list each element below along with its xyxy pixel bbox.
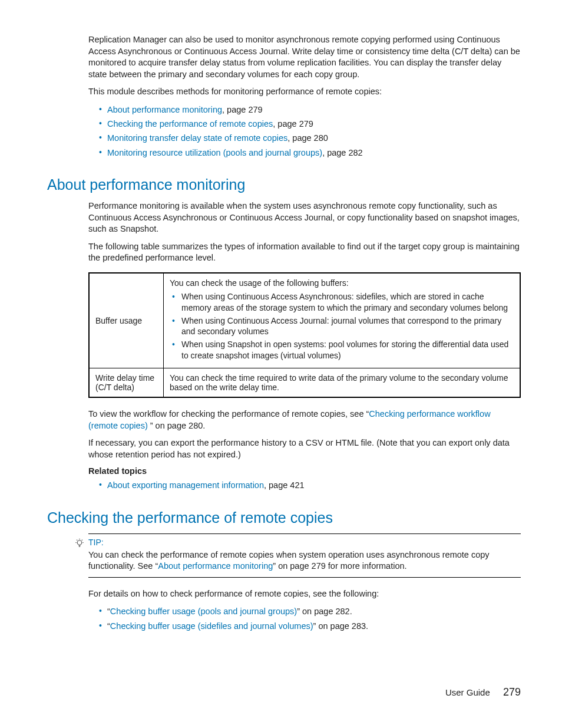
toc-suffix: , page 282	[322, 148, 363, 157]
svg-point-0	[77, 540, 82, 545]
section1-para-2: The following table summarizes the types…	[88, 241, 521, 264]
intro-block: Replication Manager can also be used to …	[88, 34, 521, 159]
toc-link[interactable]: Monitoring resource utilization (pools a…	[107, 148, 322, 157]
performance-info-table: Buffer usage You can check the usage of …	[88, 272, 521, 398]
section2-list: “Checking buffer usage (pools and journa…	[88, 605, 521, 632]
svg-line-4	[77, 539, 77, 540]
link-checking-buffer-usage-sidefiles[interactable]: Checking buffer usage (sidefiles and jou…	[110, 621, 313, 631]
link-about-performance-monitoring[interactable]: About performance monitoring	[158, 561, 273, 571]
toc-suffix: , page 279	[222, 105, 263, 114]
text: To view the workflow for checking the pe…	[88, 409, 369, 419]
toc-link[interactable]: Monitoring transfer delay state of remot…	[107, 133, 287, 143]
list-item: When using Snapshot in open systems: poo…	[172, 339, 514, 361]
tip-lightbulb-icon	[74, 538, 85, 551]
table-cell-label: Write delay time (C/T delta)	[89, 368, 164, 398]
toc-item: About performance monitoring, page 279	[99, 104, 521, 116]
toc-suffix: , page 279	[273, 119, 313, 129]
text: , page 421	[264, 480, 305, 490]
list-item: “Checking buffer usage (pools and journa…	[99, 605, 521, 617]
table-cell-content: You can check the time required to write…	[164, 368, 521, 398]
toc-item: Monitoring resource utilization (pools a…	[99, 147, 521, 159]
buffer-usage-lead: You can check the usage of the following…	[170, 278, 514, 288]
toc-link[interactable]: About performance monitoring	[107, 105, 222, 114]
toc-suffix: , page 280	[287, 133, 328, 143]
list-item: When using Continuous Access Journal: jo…	[172, 315, 514, 338]
list-item: About exporting management information, …	[99, 479, 521, 491]
toc-item: Monitoring transfer delay state of remot…	[99, 132, 521, 144]
page-number: 279	[503, 686, 521, 698]
section1-para-export: If necessary, you can export the perform…	[88, 437, 521, 460]
tip-label: TIP:	[88, 538, 521, 547]
related-topics-heading: Related topics	[88, 466, 521, 476]
toc-link[interactable]: Checking the performance of remote copie…	[107, 119, 273, 129]
page-footer: User Guide 279	[445, 686, 521, 699]
text: ” on page 282.	[297, 607, 352, 616]
toc-list: About performance monitoring, page 279 C…	[88, 104, 521, 159]
table-row: Buffer usage You can check the usage of …	[89, 273, 520, 368]
list-item: “Checking buffer usage (sidefiles and jo…	[99, 620, 521, 632]
heading-checking-performance-remote-copies: Checking the performance of remote copie…	[47, 509, 521, 526]
table-row: Write delay time (C/T delta) You can che…	[89, 368, 520, 398]
text: ” on page 283.	[313, 621, 369, 631]
related-topics-list: About exporting management information, …	[88, 479, 521, 491]
section2-para-1: For details on how to check performance …	[88, 588, 521, 600]
svg-line-5	[82, 539, 82, 540]
heading-about-performance-monitoring: About performance monitoring	[47, 176, 521, 193]
table-cell-label: Buffer usage	[89, 273, 164, 368]
section1-para-1: Performance monitoring is available when…	[88, 200, 521, 235]
toc-item: Checking the performance of remote copie…	[99, 118, 521, 130]
section1-para-workflow: To view the workflow for checking the pe…	[88, 409, 521, 431]
table-cell-content: You can check the usage of the following…	[164, 273, 521, 368]
tip-callout: TIP: You can check the performance of re…	[88, 533, 521, 578]
footer-label: User Guide	[445, 687, 490, 697]
list-item: When using Continuous Access Asynchronou…	[172, 291, 514, 314]
tip-content: You can check the performance of remote …	[88, 549, 521, 572]
text: ” on page 280.	[150, 421, 206, 430]
buffer-usage-list: When using Continuous Access Asynchronou…	[170, 291, 514, 361]
link-about-exporting-management-info[interactable]: About exporting management information	[107, 480, 264, 490]
intro-para-1: Replication Manager can also be used to …	[88, 34, 521, 80]
link-checking-buffer-usage-pools[interactable]: Checking buffer usage (pools and journal…	[110, 607, 297, 616]
text: ” on page 279 for more information.	[273, 561, 406, 571]
intro-para-2: This module describes methods for monito…	[88, 86, 521, 98]
